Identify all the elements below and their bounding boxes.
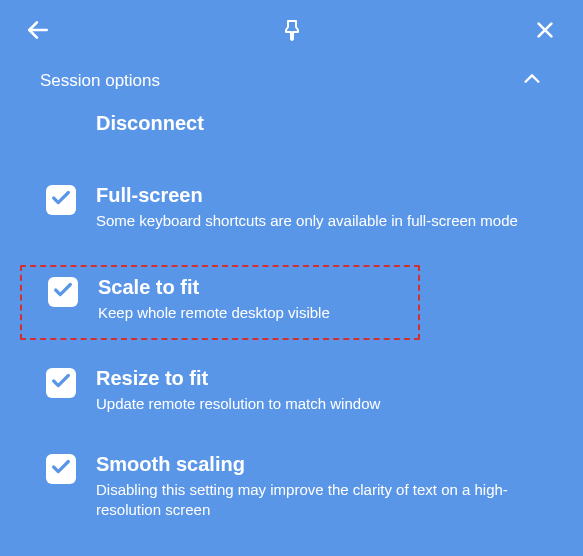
close-icon — [534, 19, 556, 45]
back-button[interactable] — [24, 18, 52, 46]
option-resize-to-fit: Resize to fit Update remote resolution t… — [40, 362, 543, 420]
options-content: Disconnect Full-screen Some keyboard sho… — [0, 112, 583, 526]
chevron-up-icon — [521, 68, 543, 94]
arrow-left-icon — [25, 17, 51, 47]
top-bar — [0, 0, 583, 54]
checkbox-resize-to-fit[interactable] — [46, 368, 76, 398]
checkbox-scale-to-fit[interactable] — [48, 277, 78, 307]
option-text: Resize to fit Update remote resolution t… — [96, 366, 537, 414]
pin-icon — [280, 18, 304, 46]
option-scale-to-fit: Scale to fit Keep whole remote desktop v… — [20, 265, 420, 339]
check-icon — [50, 370, 72, 396]
check-icon — [52, 279, 74, 305]
checkbox-smooth-scaling[interactable] — [46, 454, 76, 484]
pin-button[interactable] — [278, 18, 306, 46]
option-description: Update remote resolution to match window — [96, 394, 537, 414]
option-label: Scale to fit — [98, 275, 378, 299]
close-button[interactable] — [531, 18, 559, 46]
option-smooth-scaling: Smooth scaling Disabling this setting ma… — [40, 448, 543, 527]
option-text: Smooth scaling Disabling this setting ma… — [96, 452, 537, 521]
section-title: Session options — [40, 71, 160, 91]
check-icon — [50, 187, 72, 213]
checkbox-full-screen[interactable] — [46, 185, 76, 215]
option-label: Resize to fit — [96, 366, 537, 390]
option-text: Scale to fit Keep whole remote desktop v… — [98, 275, 378, 323]
option-label: Smooth scaling — [96, 452, 537, 476]
disconnect-button[interactable]: Disconnect — [96, 112, 543, 135]
option-label: Full-screen — [96, 183, 537, 207]
option-description: Keep whole remote desktop visible — [98, 303, 378, 323]
check-icon — [50, 456, 72, 482]
section-header-session-options[interactable]: Session options — [0, 54, 583, 112]
option-full-screen: Full-screen Some keyboard shortcuts are … — [40, 179, 543, 237]
option-text: Full-screen Some keyboard shortcuts are … — [96, 183, 537, 231]
option-description: Disabling this setting may improve the c… — [96, 480, 537, 521]
option-description: Some keyboard shortcuts are only availab… — [96, 211, 537, 231]
